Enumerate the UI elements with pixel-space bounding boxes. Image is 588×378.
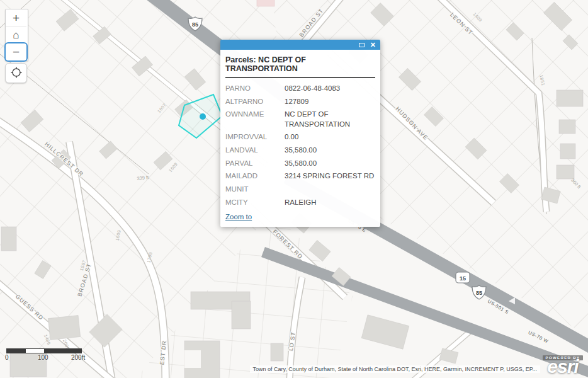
- scalebar-label: 200ft: [71, 354, 85, 361]
- zoom-to-link[interactable]: Zoom to: [225, 213, 252, 220]
- attribute-row: IMPROVVAL 0.00: [225, 132, 375, 142]
- field-label: IMPROVVAL: [225, 132, 285, 142]
- field-value: 0.00: [285, 132, 298, 142]
- home-icon: ⌂: [13, 29, 19, 41]
- attribute-row: OWNNAME NC DEPT OF TRANSPORTATION: [225, 110, 375, 129]
- zoom-in-button[interactable]: +: [6, 9, 26, 26]
- popup-header: ✕: [220, 40, 380, 50]
- attribute-row: PARVAL 35,580.00: [225, 159, 375, 168]
- field-label: OWNNAME: [225, 110, 285, 129]
- locate-icon: [11, 67, 22, 78]
- field-label: PARVAL: [225, 159, 285, 168]
- feature-popup: ✕ Parcels: NC DEPT OF TRANSPORTATION PAR…: [220, 40, 380, 227]
- field-value: 35,580.00: [285, 159, 317, 168]
- map-viewer: 85 15 85 BROAD ST LEON ST HUDSON AVE HIL…: [0, 0, 588, 378]
- esri-logo: POWERED BY esri: [539, 350, 587, 378]
- attribute-row: MCITY RALEIGH: [225, 198, 375, 207]
- field-value: 127809: [285, 97, 308, 106]
- field-value: 35,580.00: [285, 146, 317, 155]
- field-label: MCITY: [225, 198, 285, 207]
- scalebar-label: 0: [5, 354, 9, 361]
- scalebar-labels: 0 100 200ft: [6, 353, 101, 362]
- field-label: MUNIT: [225, 185, 285, 194]
- svg-text:15: 15: [460, 275, 466, 282]
- scalebar-label: 100: [38, 354, 48, 361]
- close-icon[interactable]: ✕: [370, 42, 376, 49]
- popup-divider: [225, 77, 375, 78]
- field-label: MAILADD: [225, 171, 285, 181]
- map-attribution: Town of Cary, County of Durham, State of…: [250, 365, 540, 373]
- zoom-widget: + ⌂ −: [5, 9, 28, 61]
- field-label: ALTPARNO: [225, 97, 285, 106]
- attribute-row: MAILADD 3214 SPRING FOREST RD: [225, 171, 375, 181]
- field-label: PARNO: [225, 84, 285, 93]
- us-15-shield: 15: [456, 272, 470, 283]
- popup-body: Parcels: NC DEPT OF TRANSPORTATION PARNO…: [220, 50, 380, 227]
- field-value: RALEIGH: [285, 198, 317, 207]
- scalebar-bar: [6, 348, 82, 353]
- dock-icon[interactable]: [359, 43, 365, 47]
- home-button[interactable]: ⌂: [6, 26, 26, 43]
- attribute-row: LANDVAL 35,580.00: [225, 146, 375, 155]
- field-value: 0822-06-48-4083: [285, 84, 340, 93]
- svg-text:85: 85: [476, 290, 482, 296]
- popup-title: Parcels: NC DEPT OF TRANSPORTATION: [225, 55, 375, 73]
- attribute-row: MUNIT: [225, 185, 375, 194]
- selected-parcel-dot: [200, 113, 206, 120]
- attribute-row: PARNO 0822-06-48-4083: [225, 84, 375, 93]
- svg-text:85: 85: [192, 21, 198, 28]
- zoom-out-button[interactable]: −: [6, 43, 26, 60]
- field-value: NC DEPT OF TRANSPORTATION: [285, 110, 375, 129]
- attribute-row: ALTPARNO 127809: [225, 97, 375, 106]
- locate-button[interactable]: [5, 63, 27, 83]
- field-value: 3214 SPRING FOREST RD: [285, 171, 374, 181]
- scalebar: 0 100 200ft: [6, 348, 101, 362]
- field-label: LANDVAL: [225, 146, 285, 155]
